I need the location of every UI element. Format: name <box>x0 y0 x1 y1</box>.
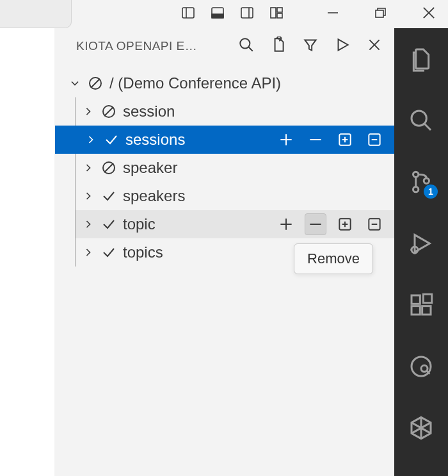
layout-left-icon[interactable] <box>180 5 196 23</box>
tooltip: Remove <box>294 243 373 274</box>
layout-customize-icon[interactable] <box>269 5 284 23</box>
remove-all-button[interactable] <box>364 213 385 235</box>
status-none-icon <box>101 160 116 176</box>
svg-rect-3 <box>212 14 223 18</box>
remove-all-button[interactable] <box>364 129 385 151</box>
panel-title: KIOTA OPENAPI EX… <box>76 39 204 53</box>
activity-source-control[interactable]: 1 <box>408 169 434 195</box>
tree-item-label: sessions <box>125 131 185 149</box>
status-none-icon <box>88 76 103 91</box>
layout-right-icon[interactable] <box>239 5 255 23</box>
activity-explorer[interactable] <box>408 46 434 72</box>
tree-item-label: speakers <box>123 187 185 205</box>
filter-icon[interactable] <box>302 37 319 56</box>
chevron-right-icon <box>82 190 95 202</box>
svg-point-16 <box>413 187 419 192</box>
activity-lens[interactable] <box>408 354 434 379</box>
tree-item-label: session <box>123 103 175 120</box>
svg-point-17 <box>424 178 429 183</box>
status-check-icon <box>101 217 116 232</box>
open-file-icon[interactable] <box>270 37 287 56</box>
svg-marker-35 <box>339 39 348 50</box>
svg-line-14 <box>424 124 431 130</box>
chevron-down-icon <box>68 77 81 90</box>
play-icon[interactable] <box>334 37 351 56</box>
svg-rect-24 <box>422 306 431 315</box>
tree-item-speakers[interactable]: speakers <box>76 182 394 210</box>
remove-endpoint-button[interactable] <box>305 213 326 235</box>
endpoint-tree: / (Demo Conference API) session sessions <box>54 64 394 267</box>
search-icon[interactable] <box>238 37 255 56</box>
window-close-icon[interactable] <box>420 4 438 24</box>
tree-root[interactable]: / (Demo Conference API) <box>54 69 394 97</box>
window-minimize-icon[interactable] <box>325 5 340 23</box>
svg-rect-25 <box>423 294 431 302</box>
tree-item-label: topic <box>123 215 156 233</box>
svg-rect-0 <box>182 8 194 18</box>
activity-bar: 1 <box>394 28 448 476</box>
tree-item-label: speaker <box>123 159 177 177</box>
svg-line-41 <box>104 107 113 116</box>
status-check-icon <box>104 132 119 147</box>
tree-item-topic[interactable]: topic <box>76 210 394 238</box>
layout-bottom-icon[interactable] <box>210 5 225 23</box>
chevron-right-icon <box>82 161 95 174</box>
svg-rect-6 <box>271 8 276 18</box>
activity-run-debug[interactable] <box>408 231 434 256</box>
svg-rect-7 <box>277 8 282 12</box>
activity-kiota[interactable] <box>408 415 434 441</box>
svg-line-39 <box>91 79 100 88</box>
tree-root-label: / (Demo Conference API) <box>109 74 281 92</box>
chevron-right-icon <box>82 246 95 259</box>
close-icon[interactable] <box>366 37 383 56</box>
status-none-icon <box>101 104 116 119</box>
title-bar <box>0 0 448 28</box>
svg-line-34 <box>248 47 253 51</box>
svg-rect-10 <box>376 10 383 17</box>
add-all-button[interactable] <box>334 213 356 235</box>
add-endpoint-button[interactable] <box>275 129 297 151</box>
svg-rect-8 <box>277 13 282 18</box>
chevron-right-icon <box>82 218 95 231</box>
panel-header: KIOTA OPENAPI EX… <box>54 28 394 64</box>
svg-point-15 <box>413 172 419 177</box>
svg-rect-23 <box>412 306 420 315</box>
tree-item-speaker[interactable]: speaker <box>76 154 394 182</box>
window-restore-icon[interactable] <box>372 5 388 23</box>
svg-line-51 <box>104 163 113 172</box>
chevron-right-icon <box>84 133 97 146</box>
activity-extensions[interactable] <box>408 292 434 318</box>
remove-endpoint-button[interactable] <box>305 129 326 151</box>
status-check-icon <box>101 188 116 204</box>
activity-search[interactable] <box>408 108 434 133</box>
chevron-right-icon <box>82 105 95 118</box>
tree-item-session[interactable]: session <box>76 97 394 126</box>
add-endpoint-button[interactable] <box>275 213 297 235</box>
svg-rect-4 <box>241 8 253 18</box>
tree-item-sessions[interactable]: sessions <box>55 126 394 154</box>
editor-gutter <box>0 28 54 476</box>
svg-rect-22 <box>412 295 420 304</box>
status-check-icon <box>101 245 116 260</box>
svg-point-33 <box>240 38 250 48</box>
scm-badge: 1 <box>424 185 438 199</box>
svg-point-13 <box>412 111 426 126</box>
tree-item-label: topics <box>123 243 163 261</box>
add-all-button[interactable] <box>334 129 356 151</box>
